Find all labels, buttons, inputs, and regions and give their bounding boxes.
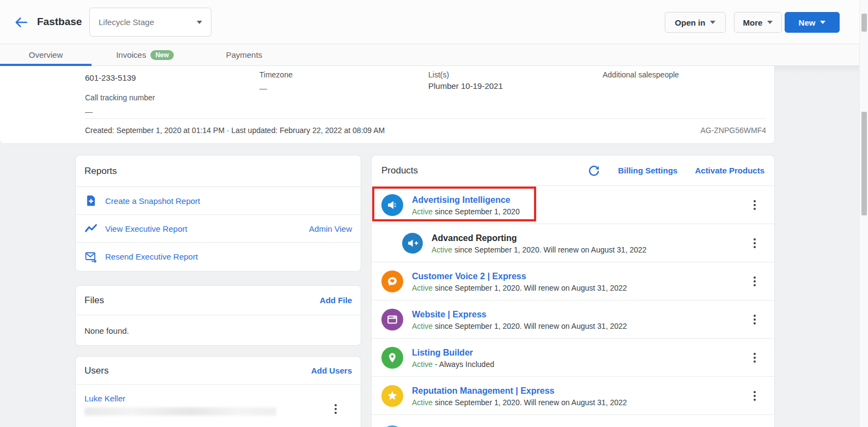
- products-card: Products Billing Settings Activate Produ…: [371, 155, 775, 427]
- chevron-down-icon: [820, 21, 825, 24]
- page-title: Fastbase: [37, 16, 82, 28]
- products-header: Products Billing Settings Activate Produ…: [372, 155, 774, 185]
- account-id: AG-ZNPG56WMF4: [700, 126, 766, 135]
- lifecycle-stage-dropdown[interactable]: Lifecycle Stage: [89, 8, 211, 37]
- created-updated-row: Created: September 1, 2020 at 01:14 PM ·…: [85, 118, 766, 135]
- tabbar-shadow: [775, 66, 859, 74]
- users-card: Users Add Users Luke Keller: [75, 356, 361, 427]
- activate-products-link[interactable]: Activate Products: [695, 166, 764, 175]
- product-kebab-menu-icon[interactable]: [749, 199, 760, 212]
- new-button[interactable]: New: [785, 12, 840, 33]
- snapshot-report-icon: [84, 194, 98, 207]
- files-header: Files Add File: [76, 286, 361, 315]
- scrollbar-thumb[interactable]: [861, 14, 867, 32]
- create-snapshot-report-row: Create a Snapshot Report: [76, 187, 361, 215]
- chevron-down-icon: [767, 21, 773, 24]
- open-in-button[interactable]: Open in: [665, 12, 726, 33]
- reports-header: Reports: [76, 155, 361, 187]
- product-link[interactable]: Listing Builder: [412, 348, 473, 357]
- website-icon: [381, 309, 403, 330]
- view-executive-report-row: View Executive Report Admin View: [76, 215, 361, 243]
- resend-executive-report-link[interactable]: Resend Executive Report: [105, 252, 198, 261]
- phone-number: 601-233-5139: [85, 73, 136, 82]
- product-link[interactable]: Website | Express: [412, 310, 487, 319]
- product-row-reputation-management: Reputation Management | Express Active s…: [372, 376, 774, 414]
- new-badge: New: [150, 50, 174, 60]
- more-button[interactable]: More: [734, 12, 782, 33]
- additional-salespeople-label: Additional salespeople: [603, 70, 679, 79]
- redacted-user-email: [84, 407, 276, 416]
- customer-voice-icon: [381, 270, 403, 292]
- add-file-link[interactable]: Add File: [320, 296, 352, 305]
- vertical-scrollbar[interactable]: [859, 0, 868, 427]
- call-tracking-value: —: [85, 107, 93, 116]
- reputation-management-icon: [381, 385, 403, 407]
- status-badge: Active: [412, 398, 433, 407]
- users-header: Users Add Users: [76, 357, 361, 385]
- business-details-card: 601-233-5139 Call tracking number — Time…: [0, 65, 775, 144]
- products-title: Products: [381, 165, 418, 176]
- listing-builder-icon: [381, 347, 403, 369]
- create-snapshot-report-link[interactable]: Create a Snapshot Report: [105, 196, 200, 206]
- product-row-customer-voice: Customer Voice 2 | Express Active since …: [372, 262, 774, 300]
- refresh-icon[interactable]: [587, 164, 600, 177]
- product-row-partial: [372, 414, 774, 427]
- billing-settings-link[interactable]: Billing Settings: [618, 166, 677, 175]
- product-row-website: Website | Express Active since September…: [372, 300, 774, 338]
- files-title: Files: [84, 295, 104, 306]
- files-card: Files Add File None found.: [75, 285, 361, 346]
- files-empty-state: None found.: [76, 315, 361, 346]
- timezone-label: Timezone: [259, 70, 293, 79]
- account-overview-page: Fastbase Lifecycle Stage Open in More Ne…: [0, 0, 868, 427]
- tab-bar: Overview Invoices New Payments: [0, 44, 868, 66]
- product-row-advertising-intelligence: Advertising Intelligence Active since Se…: [372, 185, 774, 224]
- user-kebab-menu-icon[interactable]: [330, 402, 341, 416]
- advertising-intelligence-icon: [381, 194, 403, 216]
- advanced-reporting-icon: [402, 233, 423, 254]
- line-chart-icon: [84, 222, 98, 235]
- resend-executive-report-row: Resend Executive Report: [76, 243, 361, 270]
- add-users-link[interactable]: Add Users: [311, 366, 352, 375]
- scrollbar-thumb[interactable]: [861, 112, 867, 215]
- view-executive-report-link[interactable]: View Executive Report: [105, 224, 187, 233]
- timezone-value: —: [259, 84, 267, 93]
- tab-invoices[interactable]: Invoices New: [92, 44, 198, 65]
- chevron-down-icon: [197, 21, 202, 24]
- reports-title: Reports: [84, 166, 117, 177]
- product-link[interactable]: Reputation Management | Express: [412, 386, 554, 395]
- status-badge: Active: [412, 360, 433, 369]
- status-badge: Active: [412, 322, 433, 330]
- admin-view-link[interactable]: Admin View: [309, 224, 352, 233]
- top-bar: Fastbase Lifecycle Stage Open in More Ne…: [0, 0, 868, 44]
- product-link[interactable]: Customer Voice 2 | Express: [412, 272, 526, 281]
- product-kebab-menu-icon[interactable]: [749, 275, 760, 288]
- product-name: Advanced Reporting: [432, 232, 647, 244]
- status-badge: Active: [412, 207, 433, 216]
- tab-overview[interactable]: Overview: [0, 44, 92, 65]
- product-row-advanced-reporting: Advanced Reporting Active since Septembe…: [372, 224, 774, 262]
- status-badge: Active: [412, 284, 433, 292]
- tab-payments[interactable]: Payments: [198, 44, 290, 65]
- product-link[interactable]: Advertising Intelligence: [412, 195, 510, 205]
- product-row-listing-builder: Listing Builder Active - Always Included: [372, 338, 774, 376]
- user-name-link[interactable]: Luke Keller: [84, 394, 125, 403]
- lists-value: Plumber 10-19-2021: [428, 81, 503, 91]
- active-tab-indicator: [0, 64, 92, 66]
- back-arrow-icon[interactable]: [14, 15, 28, 29]
- call-tracking-label: Call tracking number: [85, 93, 155, 102]
- product-kebab-menu-icon[interactable]: [749, 389, 760, 402]
- lifecycle-stage-label: Lifecycle Stage: [99, 17, 154, 27]
- created-updated-text: Created: September 1, 2020 at 01:14 PM ·…: [85, 126, 385, 135]
- product-kebab-menu-icon[interactable]: [749, 313, 760, 326]
- status-badge: Active: [432, 245, 452, 254]
- users-title: Users: [84, 365, 108, 376]
- product-kebab-menu-icon[interactable]: [749, 237, 760, 250]
- user-row: Luke Keller: [76, 385, 361, 416]
- chevron-down-icon: [710, 21, 715, 24]
- reports-card: Reports Create a Snapshot Report View Ex…: [75, 155, 361, 272]
- lists-label: List(s): [428, 70, 449, 79]
- product-kebab-menu-icon[interactable]: [749, 351, 760, 364]
- email-send-icon: [84, 250, 98, 263]
